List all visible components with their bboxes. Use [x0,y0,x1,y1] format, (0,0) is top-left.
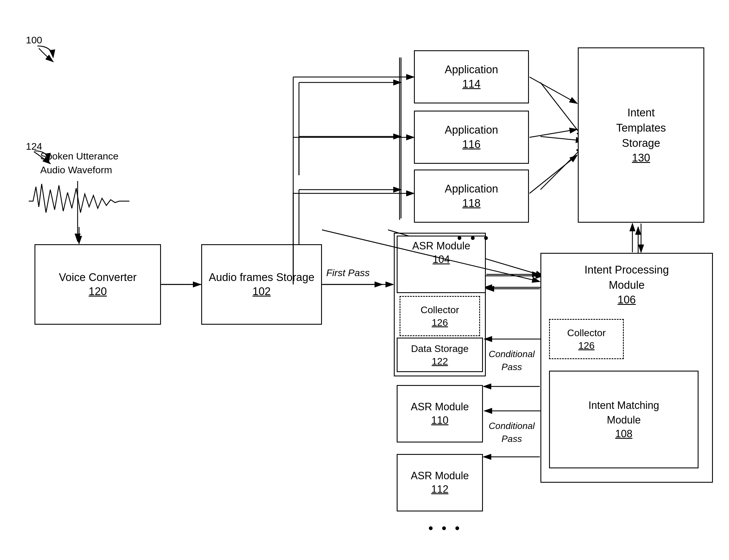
intent-matching-box: Intent MatchingModule 108 [549,371,699,468]
svg-line-13 [541,147,584,190]
application-116-box: Application 116 [414,111,529,164]
application-118-box: Application 118 [414,170,529,223]
data-storage-122-box: Data Storage 122 [397,338,483,372]
svg-line-11 [541,82,584,138]
voice-converter-ref: 120 [88,284,107,299]
voice-converter-box: Voice Converter 120 [34,244,161,325]
audio-frames-box: Audio frames Storage 102 [201,244,322,325]
dots-below-asr112: • • • [428,520,462,536]
dots-below-app118: • • • [457,230,491,246]
waveform-icon [29,178,129,224]
spoken-utterance-label: Spoken Utterance Audio Waveform [40,149,118,177]
diagram-ref-100: 100 [26,34,42,46]
application-114-box: Application 114 [414,50,529,103]
conditional-pass-2-label: Conditional Pass [489,419,535,445]
collector-126a-box: Collector 126 [400,296,480,336]
intent-templates-box: IntentTemplatesStorage 130 [578,47,704,223]
audio-frames-ref: 102 [252,284,270,299]
collector-126b-box: Collector 126 [549,319,624,359]
first-pass-label: First Pass [326,267,370,278]
asr-module-112-box: ASR Module 112 [397,454,483,511]
audio-frames-label: Audio frames Storage [209,270,314,284]
asr-module-110-box: ASR Module 110 [397,385,483,442]
voice-converter-label: Voice Converter [59,270,136,284]
conditional-pass-1-label: Conditional Pass [489,348,535,374]
svg-line-12 [541,136,584,141]
